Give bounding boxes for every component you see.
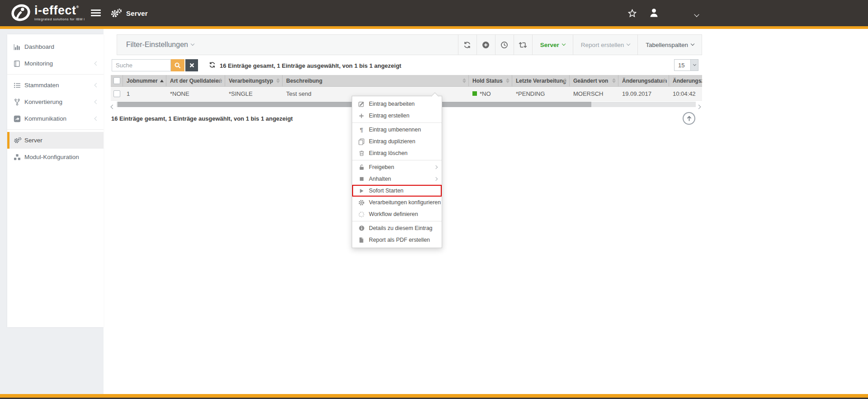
chevron-left-icon [94, 117, 99, 121]
logo-name: i-effect® [34, 5, 85, 17]
menu-item-eintrag-erstellen[interactable]: Eintrag erstellen [352, 110, 442, 122]
cell-ge-ndert-von: MOERSCH [570, 87, 618, 100]
server-dropdown[interactable]: Server [532, 35, 573, 55]
refresh-button[interactable] [458, 35, 476, 55]
menu-item-eintrag-bearbeiten[interactable]: Eintrag bearbeiten [352, 98, 442, 110]
column-header-verarbeitungstyp[interactable]: Verarbeitungstyp [225, 75, 283, 86]
tabellenspalten-dropdown[interactable]: Tabellenspalten [637, 35, 702, 55]
book-icon [14, 60, 24, 67]
code-fork-icon [14, 99, 24, 106]
registered-mark: ® [76, 5, 79, 9]
menu-item-details-zu-diesem-eintrag[interactable]: Details zu diesem Eintrag [352, 222, 442, 234]
sidebar-item-label: Server [24, 137, 42, 144]
cell-verarbeitungstyp: *SINGLE [225, 87, 283, 100]
column-header-hold-status[interactable]: Hold Status [469, 75, 512, 86]
column-header-art-der-quelldateien[interactable]: Art der Quelldateien [166, 75, 225, 86]
logo-swirl-icon [11, 3, 31, 23]
table-header-row: JobnummerArt der QuelldateienVerarbeitun… [111, 75, 702, 87]
submenu-chevron-icon [434, 177, 438, 181]
column-header-jobnummer[interactable]: Jobnummer [123, 75, 166, 86]
column-header-nderungszeit[interactable]: Änderungszeit [669, 75, 702, 86]
sidebar-item-stammdaten[interactable]: Stammdaten [7, 77, 104, 94]
chevron-left-icon [94, 100, 99, 104]
menu-item-anhalten[interactable]: Anhalten [352, 173, 442, 185]
retweet-button[interactable] [514, 35, 532, 55]
sidebar-item-modul-konfiguration[interactable]: Modul-Konfiguration [7, 149, 104, 165]
file-icon [358, 237, 365, 243]
sort-toggle-icon [612, 78, 616, 83]
sidebar-item-monitoring[interactable]: Monitoring [7, 55, 104, 72]
menu-item-label: Eintrag löschen [369, 150, 407, 156]
chevron-left-icon [94, 83, 99, 88]
user-icon[interactable] [649, 8, 659, 18]
sidebar-item-kommunikation[interactable]: Kommunikation [7, 110, 104, 127]
menu-item-eintrag-umbenennen[interactable]: ¶Eintrag umbenennen [352, 124, 442, 136]
menu-item-workflow-definieren[interactable]: Workflow definieren [352, 208, 442, 220]
filter-settings-label: Filter-Einstellungen [126, 41, 188, 49]
cell-value: 19.09.2017 [622, 90, 651, 97]
sidebar-item-server[interactable]: Server [7, 132, 104, 149]
column-header-nderungsdatum[interactable]: Änderungsdatum [618, 75, 669, 86]
page-size-select[interactable]: 15 [674, 59, 698, 71]
ieffect-logo[interactable]: i-effect® integrated solutions for IBM i [11, 3, 85, 23]
filter-settings-dropdown[interactable]: Filter-Einstellungen [117, 35, 194, 55]
column-label: Beschreibung [286, 78, 322, 84]
chevron-down-icon [627, 42, 630, 46]
menu-item-label: Workflow definieren [369, 211, 418, 217]
copy-icon [358, 138, 365, 145]
sort-ascending-icon [160, 80, 164, 82]
menu-item-label: Report als PDF erstellen [369, 237, 430, 243]
result-summary-footer: 16 Einträge gesamt, 1 Einträge ausgewähl… [111, 115, 293, 122]
sidebar-item-konvertierung[interactable]: Konvertierung [7, 94, 104, 110]
gears-icon [110, 8, 122, 18]
scroll-right-icon[interactable] [697, 102, 700, 110]
hamburger-menu-icon[interactable] [91, 9, 101, 18]
menu-item-eintrag-duplizieren[interactable]: Eintrag duplizieren [352, 136, 442, 147]
sidebar-divider [7, 74, 104, 75]
report-erstellen-dropdown[interactable]: Report erstellen [573, 35, 637, 55]
history-icon [500, 41, 508, 49]
arrow-up-icon [686, 115, 693, 122]
sidebar-item-dashboard[interactable]: Dashboard [7, 38, 104, 55]
scroll-to-top-button[interactable] [683, 112, 695, 125]
chevron-down-icon[interactable] [692, 11, 698, 19]
scroll-left-icon[interactable] [111, 102, 114, 110]
accent-bar-bottom [0, 394, 868, 398]
clear-search-button[interactable] [185, 59, 198, 71]
submenu-chevron-icon [434, 165, 438, 169]
sidebar-item-label: Kommunikation [24, 115, 66, 122]
list-icon [14, 82, 24, 89]
result-summary: 16 Einträge gesamt, 1 Einträge ausgewähl… [220, 62, 401, 69]
cell-art-der-quelldateien: *NONE [166, 87, 225, 100]
row-checkbox[interactable] [113, 90, 120, 97]
cell-jobnummer: 1 [123, 87, 166, 100]
search-button[interactable] [171, 59, 184, 71]
sort-toggle-icon [506, 78, 509, 83]
refresh-icon [463, 41, 471, 49]
stop-icon [358, 176, 365, 182]
menu-item-label: Eintrag umbenennen [369, 127, 421, 133]
select-all-checkbox[interactable] [113, 77, 120, 84]
plus-circle-button[interactable] [476, 35, 495, 55]
sort-toggle-icon [563, 78, 567, 83]
menu-item-freigeben[interactable]: Freigeben [352, 161, 442, 173]
cell-value: MOERSCH [573, 90, 603, 97]
play-icon [358, 188, 365, 194]
chevron-down-icon [191, 42, 194, 46]
menu-item-verarbeitungen-konfigurieren[interactable]: Verarbeitungen konfigurieren [352, 197, 442, 208]
gear-icon [358, 199, 365, 206]
history-button[interactable] [495, 35, 514, 55]
search-input[interactable] [112, 59, 171, 71]
menu-item-sofort-starten[interactable]: Sofort Starten [352, 185, 442, 197]
column-header-beschreibung[interactable]: Beschreibung [283, 75, 469, 86]
column-header-letzte-verarbeitung[interactable]: Letzte Verarbeitung [512, 75, 570, 86]
close-icon [189, 62, 195, 68]
sort-toggle-icon [276, 78, 280, 83]
menu-item-eintrag-l-schen[interactable]: Eintrag löschen [352, 147, 442, 159]
plus-circle-icon [482, 41, 490, 49]
column-header-ge-ndert-von[interactable]: Geändert von [570, 75, 618, 86]
sidebar-item-label: Konvertierung [24, 99, 62, 105]
menu-item-report-als-pdf-erstellen[interactable]: Report als PDF erstellen [352, 234, 442, 246]
refresh-icon[interactable] [209, 61, 216, 68]
star-icon[interactable] [628, 9, 637, 18]
